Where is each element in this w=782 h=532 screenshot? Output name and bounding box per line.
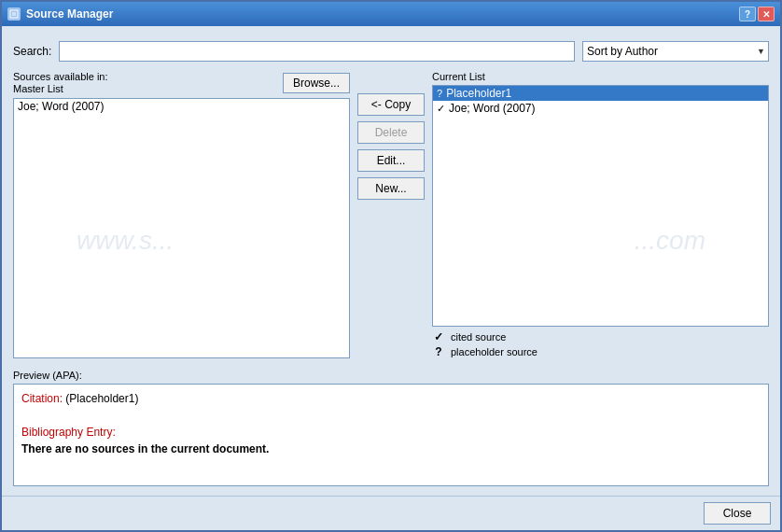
new-button[interactable]: New... xyxy=(357,177,425,200)
list-item[interactable]: Joe; Word (2007) xyxy=(14,99,349,114)
close-button[interactable]: Close xyxy=(704,502,771,525)
master-list-box[interactable]: Joe; Word (2007) xyxy=(13,98,350,358)
preview-label: Preview (APA): xyxy=(13,370,769,381)
preview-biblio-value: There are no sources in the current docu… xyxy=(21,442,269,455)
title-bar-buttons: ? ✕ xyxy=(739,7,775,21)
item-text: Joe; Word (2007) xyxy=(449,102,536,115)
titlebar-close-button[interactable]: ✕ xyxy=(758,7,775,21)
browse-button[interactable]: Browse... xyxy=(283,73,350,93)
right-panel: Current List ? Placeholder1 ✓ Joe; Word … xyxy=(432,71,769,358)
list-item[interactable]: ✓ Joe; Word (2007) xyxy=(433,101,768,116)
dialog-title: Source Manager xyxy=(26,7,113,21)
left-panel-header-row: Sources available in: Master List Browse… xyxy=(13,71,350,95)
dialog-icon xyxy=(7,7,21,21)
left-panel: Sources available in: Master List Browse… xyxy=(13,71,350,358)
cited-label: cited source xyxy=(451,331,506,343)
master-list-label: Master List xyxy=(13,83,108,94)
preview-citation-row: Citation: (Placeholder1) xyxy=(21,390,761,407)
preview-area: Preview (APA): Citation: (Placeholder1) … xyxy=(13,370,769,486)
preview-biblio-label: Bibliography Entry: xyxy=(21,426,116,439)
search-row: Search: Sort by Author Sort by Title Sor… xyxy=(13,35,769,63)
bottom-bar: Close xyxy=(2,496,780,530)
legend-area: ✓ cited source ? placeholder source xyxy=(432,330,769,358)
sort-select-wrapper: Sort by Author Sort by Title Sort by Yea… xyxy=(582,41,769,62)
title-bar: Source Manager ? ✕ xyxy=(2,2,780,26)
source-manager-dialog: Source Manager ? ✕ Search: Sort by Autho… xyxy=(0,0,782,532)
main-area: Sources available in: Master List Browse… xyxy=(13,71,769,358)
preview-citation-label: Citation: xyxy=(21,392,63,405)
item-text: Joe; Word (2007) xyxy=(18,100,105,113)
edit-button[interactable]: Edit... xyxy=(357,149,425,172)
list-item[interactable]: ? Placeholder1 xyxy=(433,86,768,101)
preview-biblio-row: Bibliography Entry: xyxy=(21,424,761,441)
sort-select[interactable]: Sort by Author Sort by Title Sort by Yea… xyxy=(582,41,769,62)
cited-symbol: ✓ xyxy=(432,330,445,343)
svg-rect-0 xyxy=(10,10,18,18)
current-list-box[interactable]: ? Placeholder1 ✓ Joe; Word (2007) xyxy=(432,85,769,327)
current-list-label: Current List xyxy=(432,71,769,82)
preview-citation-value: (Placeholder1) xyxy=(63,392,138,405)
title-bar-left: Source Manager xyxy=(7,7,113,21)
search-label: Search: xyxy=(13,45,51,58)
copy-button[interactable]: <- Copy xyxy=(357,93,425,116)
placeholder-symbol: ? xyxy=(432,345,445,358)
item-text: Placeholder1 xyxy=(446,87,511,100)
help-button[interactable]: ? xyxy=(739,7,756,21)
left-panel-header-labels: Sources available in: Master List xyxy=(13,71,108,95)
legend-placeholder: ? placeholder source xyxy=(432,345,769,358)
sources-available-label: Sources available in: xyxy=(13,71,108,82)
dialog-body: Search: Sort by Author Sort by Title Sor… xyxy=(2,26,780,496)
middle-buttons: <- Copy Delete Edit... New... www.s... xyxy=(354,71,428,358)
search-input[interactable] xyxy=(59,41,575,62)
delete-button[interactable]: Delete xyxy=(357,121,425,144)
preview-biblio-value-row: There are no sources in the current docu… xyxy=(21,441,761,457)
item-prefix: ? xyxy=(437,88,442,99)
preview-box: Citation: (Placeholder1) Bibliography En… xyxy=(13,384,769,486)
legend-cited: ✓ cited source xyxy=(432,330,769,343)
placeholder-label: placeholder source xyxy=(451,346,538,357)
item-prefix: ✓ xyxy=(437,103,445,115)
